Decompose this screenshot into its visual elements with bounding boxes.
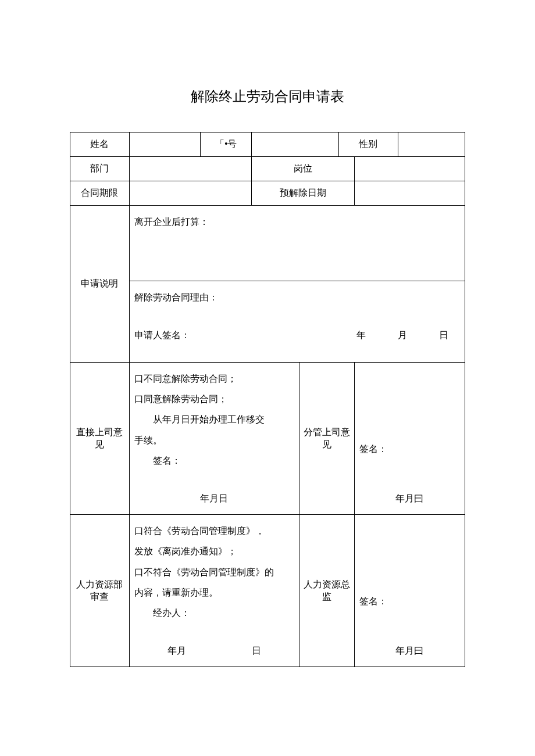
term-value[interactable] [129, 181, 251, 206]
direct-opt1: 口不同意解除劳动合同； [134, 368, 294, 389]
name-label: 姓名 [70, 132, 130, 157]
pre-date-value[interactable] [354, 181, 465, 206]
supervisor-cell[interactable]: 签名： 年月曰 [354, 363, 465, 515]
month-label: 月 [398, 325, 407, 345]
table-row: 申请说明 离开企业后打算： [70, 206, 465, 281]
hr-label: 人力资源部审查 [70, 515, 130, 667]
plan-label: 离开企业后打算： [134, 212, 460, 232]
direct-date: 年月日 [134, 488, 294, 508]
table-row: 直接上司意见 口不同意解除劳动合同； 口同意解除劳动合同； 从年月日开始办理工作… [70, 363, 465, 515]
hr-director-date: 年月曰 [359, 640, 460, 661]
app-label: 申请说明 [70, 206, 130, 363]
name-value[interactable] [129, 132, 200, 157]
hr-director-cell[interactable]: 签名： 年月曰 [354, 515, 465, 667]
applicant-sign-label: 申请人签名： [134, 325, 190, 345]
position-label: 岗位 [252, 157, 355, 181]
table-row: 解除劳动合同理由： 申请人签名： 年 月 日 [70, 281, 465, 363]
hr-date-ym: 年月 [167, 640, 186, 661]
supervisor-sign: 签名： [359, 439, 460, 459]
gender-value[interactable] [398, 132, 465, 157]
hr-date-d: 日 [252, 640, 261, 661]
pre-date-label: 预解除日期 [252, 181, 355, 206]
table-row: 人力资源部审查 口符合《劳动合同管理制度》， 发放《离岗准办通知》； 口不符合《… [70, 515, 465, 667]
hr-opt1b: 发放《离岗准办通知》； [134, 541, 294, 561]
dept-value[interactable] [129, 157, 251, 181]
hr-director-sign: 签名： [359, 591, 460, 611]
hr-opt2a: 口不符合《劳动合同管理制度》的 [134, 562, 294, 582]
gender-label: 性别 [338, 132, 398, 157]
table-row: 姓名 「•号 性别 [70, 132, 465, 157]
term-label: 合同期限 [70, 181, 130, 206]
supervisor-label: 分管上司意见 [299, 363, 354, 515]
direct-label: 直接上司意见 [70, 363, 130, 515]
year-label: 年 [356, 325, 366, 345]
day-label: 日 [439, 325, 448, 345]
reason-cell[interactable]: 解除劳动合同理由： 申请人签名： 年 月 日 [129, 281, 465, 363]
direct-opt3a: 从年月日开始办理工作移交 [134, 409, 265, 429]
hr-review-cell[interactable]: 口符合《劳动合同管理制度》， 发放《离岗准办通知》； 口不符合《劳动合同管理制度… [129, 515, 299, 667]
form-table: 姓名 「•号 性别 部门 岗位 合同期限 预解除日期 申请说明 离开企业后打算：… [70, 132, 465, 667]
direct-opinion-cell[interactable]: 口不同意解除劳动合同； 口同意解除劳动合同； 从年月日开始办理工作移交 手续。 … [129, 363, 299, 515]
id-value[interactable] [252, 132, 338, 157]
direct-opt3b: 手续。 [134, 430, 294, 450]
position-value[interactable] [354, 157, 465, 181]
hr-opt2b: 内容，请重新办理。 [134, 582, 294, 603]
reason-label: 解除劳动合同理由： [134, 287, 460, 307]
table-row: 部门 岗位 [70, 157, 465, 181]
hr-handler-label: 经办人： [134, 603, 294, 623]
hr-director-label: 人力资源总监 [299, 515, 354, 667]
direct-sign-label: 签名： [134, 450, 294, 471]
supervisor-date: 年月曰 [359, 488, 460, 508]
hr-opt1a: 口符合《劳动合同管理制度》， [134, 521, 294, 541]
page-title: 解除终止劳动合同申请表 [70, 87, 465, 106]
table-row: 合同期限 预解除日期 [70, 181, 465, 206]
plan-cell[interactable]: 离开企业后打算： [129, 206, 465, 281]
dept-label: 部门 [70, 157, 130, 181]
direct-opt2: 口同意解除劳动合同； [134, 389, 294, 409]
id-label: 「•号 [201, 132, 252, 157]
